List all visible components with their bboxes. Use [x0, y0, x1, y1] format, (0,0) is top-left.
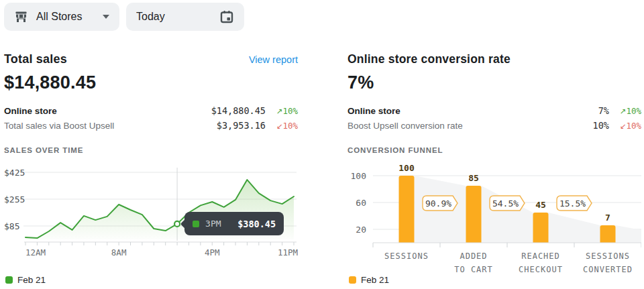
- metric-row-online-store: Online store 7% ↗10%: [347, 103, 641, 118]
- x-axis-category-label: CHECKOUT: [519, 265, 563, 274]
- conversion-rate-title: Online store conversion rate: [347, 52, 511, 66]
- y-axis-label: $85: [4, 221, 19, 231]
- funnel-bar[interactable]: [399, 176, 415, 243]
- metric-delta: ↗10%: [266, 106, 298, 116]
- arrow-down-icon: ↙: [276, 121, 283, 131]
- funnel-bar[interactable]: [466, 186, 482, 243]
- date-filter-label: Today: [136, 11, 165, 23]
- conversion-rate-panel: Online store conversion rate 7% Online s…: [347, 47, 641, 289]
- bar-value-label: 45: [535, 200, 546, 210]
- funnel-bar[interactable]: [533, 213, 549, 243]
- sales-over-time-heading: SALES OVER TIME: [4, 146, 83, 154]
- y-axis-label: 20: [356, 225, 366, 235]
- metric-delta: ↙10%: [266, 121, 298, 131]
- legend-swatch-icon: [5, 276, 13, 284]
- y-axis-label: 60: [356, 198, 366, 208]
- filters-toolbar: All Stores Today: [4, 3, 244, 31]
- tooltip-value: $380.45: [237, 219, 276, 229]
- legend-label: Feb 21: [17, 275, 46, 285]
- metric-label: Online store: [347, 106, 598, 116]
- legend-swatch-icon: [349, 276, 356, 284]
- conversion-funnel-heading: CONVERSION FUNNEL: [347, 146, 443, 154]
- x-axis-label: 8AM: [111, 247, 127, 257]
- metric-delta: ↗10%: [609, 106, 641, 116]
- conversion-badge-label: 90.9%: [425, 198, 451, 209]
- metric-label: Online store: [4, 106, 211, 116]
- x-axis-category-label: SESSIONS: [384, 251, 429, 261]
- total-sales-breakdown: Online store $14,880.45 ↗10% Total sales…: [4, 103, 298, 133]
- funnel-chart-legend: Feb 21: [349, 275, 389, 285]
- view-report-link[interactable]: View report: [249, 54, 298, 65]
- store-icon: [14, 10, 28, 24]
- funnel-bar[interactable]: [600, 225, 616, 243]
- total-sales-value: $14,880.45: [4, 72, 96, 93]
- series-swatch-icon: [193, 221, 199, 227]
- total-sales-title: Total sales: [4, 52, 67, 66]
- y-axis-label: $425: [4, 168, 25, 178]
- metric-value: 10%: [593, 120, 609, 131]
- store-filter-button[interactable]: All Stores: [4, 3, 119, 31]
- store-filter-label: All Stores: [36, 11, 82, 23]
- metric-row-boost-upsell: Boost Upsell conversion rate 10% ↙10%: [347, 118, 641, 133]
- y-axis-label: 100: [351, 171, 366, 181]
- legend-label: Feb 21: [361, 275, 389, 285]
- total-sales-panel: Total sales View report $14,880.45 Onlin…: [4, 47, 298, 289]
- date-filter-button[interactable]: Today: [126, 3, 244, 31]
- x-axis-label: 4PM: [205, 247, 220, 257]
- metric-value: $3,953.16: [217, 120, 266, 131]
- conversion-rate-value: 7%: [347, 72, 374, 93]
- x-axis-category-label: CONVERTED: [583, 265, 633, 274]
- bar-value-label: 85: [468, 173, 479, 183]
- metric-row-online-store: Online store $14,880.45 ↗10%: [4, 103, 298, 118]
- chevron-down-icon: [103, 15, 109, 19]
- sales-chart-legend: Feb 21: [5, 275, 46, 285]
- arrow-down-icon: ↙: [620, 121, 627, 131]
- conversion-badge-label: 54.5%: [492, 198, 519, 209]
- metric-value: 7%: [598, 105, 609, 116]
- conversion-breakdown: Online store 7% ↗10% Boost Upsell conver…: [347, 103, 641, 133]
- metric-row-boost-upsell: Total sales via Boost Upsell $3,953.16 ↙…: [4, 118, 298, 133]
- data-point-marker[interactable]: [174, 221, 180, 227]
- arrow-up-icon: ↗: [620, 107, 627, 116]
- metric-value: $14,880.45: [211, 105, 266, 116]
- x-axis-category-label: ADDED: [460, 251, 487, 261]
- y-axis-label: $255: [4, 194, 25, 205]
- arrow-up-icon: ↗: [276, 107, 283, 116]
- calendar-icon: [219, 9, 234, 24]
- metric-label: Total sales via Boost Upsell: [4, 121, 217, 131]
- metric-delta: ↙10%: [609, 121, 641, 131]
- x-axis-category-label: SESSIONS: [586, 251, 630, 261]
- bar-value-label: 100: [398, 163, 415, 173]
- chart-tooltip: 3PM $380.45: [184, 212, 284, 235]
- conversion-funnel-chart[interactable]: 10060201008545790.9%54.5%15.5%SESSIONSAD…: [347, 162, 641, 278]
- x-axis-category-label: TO CART: [454, 265, 493, 274]
- x-axis-label: 12AM: [25, 247, 46, 257]
- x-axis-label: 11PM: [278, 247, 298, 257]
- x-axis-category-label: REACHED: [521, 251, 560, 261]
- bar-value-label: 7: [605, 213, 610, 223]
- tooltip-time: 3PM: [205, 219, 221, 229]
- funnel-bar-chart-svg[interactable]: 10060201008545790.9%54.5%15.5%SESSIONSAD…: [347, 162, 641, 278]
- conversion-badge-label: 15.5%: [559, 198, 586, 209]
- sales-over-time-chart[interactable]: $425$255$8512AM8AM4PM11PM 3PM $380.45: [4, 162, 298, 263]
- metric-label: Boost Upsell conversion rate: [347, 121, 593, 131]
